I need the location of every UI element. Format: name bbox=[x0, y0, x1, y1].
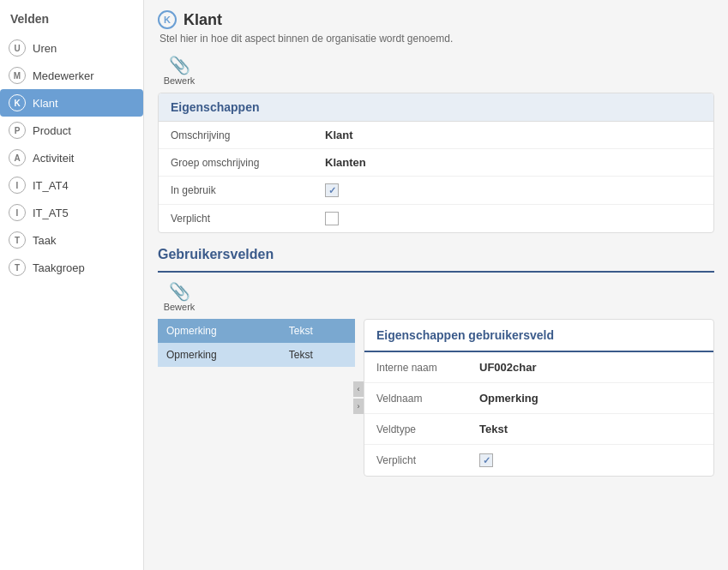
prop-label: In gebruik bbox=[171, 184, 325, 196]
table-cell: Opmerking bbox=[158, 343, 280, 367]
sidebar-item-taak[interactable]: T Taak bbox=[0, 226, 143, 254]
prop-row: Omschrijving Klant bbox=[159, 122, 713, 149]
prop-row: In gebruik bbox=[159, 177, 713, 205]
gebruikersvelden-table: OpmerkingTekst OpmerkingTekst bbox=[158, 319, 355, 367]
sidebar-item-it_at4[interactable]: I IT_AT4 bbox=[0, 171, 143, 199]
right-prop-label: Veldtype bbox=[376, 423, 479, 435]
right-prop-value: Tekst bbox=[479, 423, 508, 435]
bewerk-area-gebruikersvelden: 📎 Bewerk bbox=[158, 281, 714, 312]
sidebar-label-uren: Uren bbox=[33, 42, 57, 55]
right-panel: Eigenschappen gebruikersveld Interne naa… bbox=[355, 319, 714, 477]
eigenschappen-header: Eigenschappen bbox=[159, 93, 713, 122]
prop-label: Groep omschrijving bbox=[171, 157, 325, 169]
separator bbox=[158, 271, 714, 273]
right-checkbox-checked[interactable] bbox=[479, 453, 493, 467]
eigenschappen-body: Omschrijving Klant Groep omschrijving Kl… bbox=[159, 122, 713, 232]
sidebar-label-it_at5: IT_AT5 bbox=[33, 207, 69, 219]
section-title: Klant bbox=[184, 11, 222, 29]
prop-value: Klanten bbox=[325, 156, 366, 169]
sidebar-item-taakgroep[interactable]: T Taakgroep bbox=[0, 254, 143, 281]
eigenschappen-gebruikersveld-header: Eigenschappen gebruikersveld bbox=[364, 320, 713, 352]
right-prop-label: Verplicht bbox=[376, 454, 479, 466]
right-prop-value: Opmerking bbox=[479, 392, 538, 405]
sidebar-item-medewerker[interactable]: M Medewerker bbox=[0, 62, 143, 89]
eigenschappen-card: Eigenschappen Omschrijving Klant Groep o… bbox=[158, 93, 714, 233]
eigenschappen-gebruikersveld-card: Eigenschappen gebruikersveld Interne naa… bbox=[364, 319, 714, 477]
paperclip-icon-top: 📎 bbox=[169, 55, 190, 75]
sidebar-item-klant[interactable]: K Klant bbox=[0, 89, 143, 117]
right-prop-label: Veldnaam bbox=[376, 393, 479, 405]
bewerk-area-top: 📎 Bewerk bbox=[158, 55, 714, 86]
right-prop-value: UF002char bbox=[479, 361, 536, 374]
bewerk-label-top: Bewerk bbox=[164, 75, 196, 86]
right-prop-row: Interne naam UF002char bbox=[364, 352, 713, 383]
sidebar-label-taakgroep: Taakgroep bbox=[33, 261, 85, 274]
sidebar-badge-taak: T bbox=[9, 231, 26, 249]
gebruikersvelden-header: Gebruikersvelden bbox=[158, 247, 714, 262]
sidebar-badge-uren: U bbox=[9, 39, 26, 57]
paperclip-icon-gebruikersvelden: 📎 bbox=[169, 281, 190, 302]
section-header: K Klant bbox=[158, 10, 714, 29]
prop-label: Verplicht bbox=[171, 213, 325, 225]
sidebar: Velden U Uren M Medewerker K Klant P Pro… bbox=[0, 0, 144, 570]
bewerk-button-top[interactable]: 📎 Bewerk bbox=[158, 55, 201, 86]
right-prop-row: Verplicht bbox=[364, 445, 713, 476]
sidebar-item-product[interactable]: P Product bbox=[0, 117, 143, 144]
bewerk-label-gebruikersvelden: Bewerk bbox=[164, 302, 196, 312]
table-cell: Tekst bbox=[280, 343, 355, 367]
sidebar-label-klant: Klant bbox=[33, 97, 58, 110]
sidebar-label-it_at4: IT_AT4 bbox=[33, 179, 69, 192]
checkbox-unchecked[interactable] bbox=[325, 212, 339, 225]
collapse-down-button[interactable]: › bbox=[353, 399, 364, 414]
prop-value: Klant bbox=[325, 129, 353, 141]
prop-row: Verplicht bbox=[159, 205, 713, 232]
sidebar-label-product: Product bbox=[33, 124, 71, 137]
sidebar-title: Velden bbox=[0, 7, 143, 34]
sidebar-label-taak: Taak bbox=[33, 234, 56, 247]
right-prop-row: Veldnaam Opmerking bbox=[364, 383, 713, 414]
table-row[interactable]: OpmerkingTekst bbox=[158, 343, 355, 367]
left-panel: OpmerkingTekst OpmerkingTekst ‹ › bbox=[158, 319, 355, 477]
sidebar-badge-klant: K bbox=[9, 94, 26, 111]
right-card-body: Interne naam UF002char Veldnaam Opmerkin… bbox=[364, 352, 713, 476]
sidebar-label-activiteit: Activiteit bbox=[33, 152, 74, 165]
right-prop-label: Interne naam bbox=[376, 362, 479, 374]
main-content: K Klant Stel hier in hoe dit aspect binn… bbox=[144, 0, 728, 570]
sidebar-badge-product: P bbox=[9, 122, 26, 139]
sidebar-badge-activiteit: A bbox=[9, 149, 26, 166]
bewerk-button-gebruikersvelden[interactable]: 📎 Bewerk bbox=[158, 281, 201, 312]
collapse-up-button[interactable]: ‹ bbox=[353, 381, 364, 397]
bottom-section: OpmerkingTekst OpmerkingTekst ‹ › Eigens… bbox=[158, 319, 714, 477]
table-col-header: Opmerking bbox=[158, 319, 280, 343]
table-col-header: Tekst bbox=[280, 319, 355, 343]
sidebar-badge-taakgroep: T bbox=[9, 259, 26, 276]
checkbox-checked[interactable] bbox=[325, 183, 339, 197]
collapse-buttons: ‹ › bbox=[353, 381, 364, 415]
sidebar-badge-medewerker: M bbox=[9, 67, 26, 84]
right-prop-row: Veldtype Tekst bbox=[364, 414, 713, 445]
prop-label: Omschrijving bbox=[171, 129, 325, 141]
section-badge: K bbox=[158, 10, 177, 29]
sidebar-badge-it_at5: I bbox=[9, 204, 26, 221]
section-subtitle: Stel hier in hoe dit aspect binnen de or… bbox=[159, 33, 714, 45]
sidebar-item-activiteit[interactable]: A Activiteit bbox=[0, 144, 143, 171]
sidebar-badge-it_at4: I bbox=[9, 177, 26, 194]
prop-row: Groep omschrijving Klanten bbox=[159, 149, 713, 177]
sidebar-item-it_at5[interactable]: I IT_AT5 bbox=[0, 199, 143, 226]
sidebar-label-medewerker: Medewerker bbox=[33, 69, 94, 82]
sidebar-item-uren[interactable]: U Uren bbox=[0, 34, 143, 62]
